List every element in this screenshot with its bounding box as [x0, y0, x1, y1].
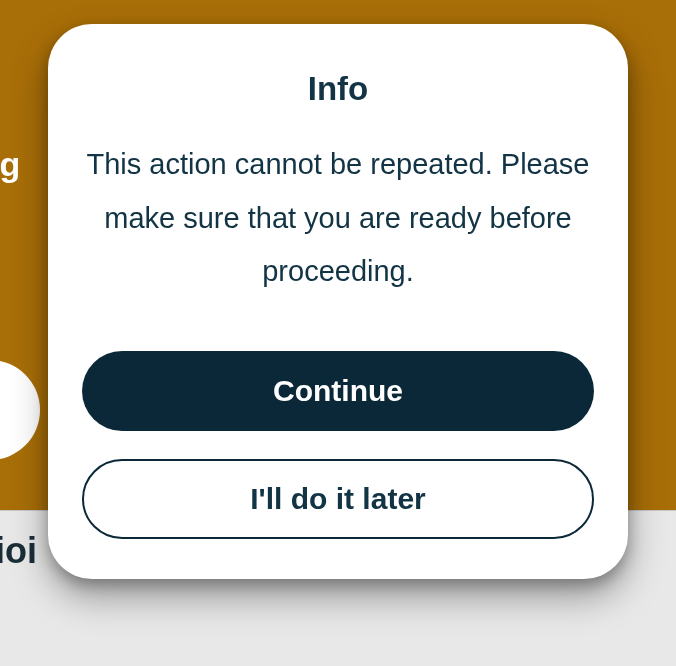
do-later-button[interactable]: I'll do it later: [82, 459, 594, 539]
dialog-title: Info: [308, 70, 368, 108]
continue-button[interactable]: Continue: [82, 351, 594, 431]
background-partial-text-top: ig: [0, 145, 20, 184]
dialog-body-text: This action cannot be repeated. Please m…: [82, 138, 594, 299]
background-partial-text-bottom: ioi: [0, 530, 37, 572]
info-dialog: Info This action cannot be repeated. Ple…: [48, 24, 628, 579]
